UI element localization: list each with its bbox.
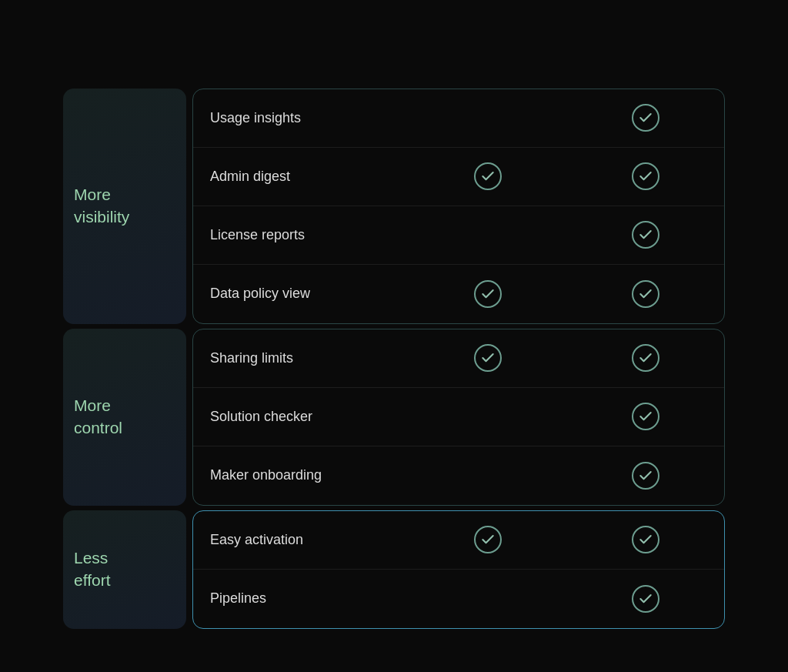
check-icon [474, 162, 502, 190]
category-group-control: More controlSharing limits Solution chec… [63, 329, 725, 506]
q4-check-cell [566, 104, 724, 132]
category-label-effort: Less effort [63, 510, 186, 629]
check-icon [632, 526, 659, 553]
check-icon [632, 221, 659, 249]
row-label: Admin digest [193, 169, 409, 185]
check-icon [632, 585, 659, 613]
category-label-control: More control [63, 329, 186, 506]
category-text-visibility: More visibility [74, 184, 175, 228]
check-icon [474, 526, 502, 553]
table-row: License reports [193, 206, 724, 265]
check-icon [474, 280, 502, 308]
table-row: Maker onboarding [193, 446, 724, 505]
category-text-effort: Less effort [74, 547, 175, 591]
rows-block-effort: Easy activation Pipelines [192, 510, 725, 629]
rows-block-control: Sharing limits Solution checker Maker on… [192, 329, 725, 506]
today-check-cell [409, 162, 566, 190]
check-icon [632, 344, 659, 372]
row-label: Data policy view [193, 286, 409, 302]
q4-check-cell [566, 344, 724, 372]
row-label: Maker onboarding [193, 467, 409, 483]
row-label: Easy activation [193, 532, 409, 548]
row-label: Solution checker [193, 409, 409, 425]
q4-check-cell [566, 280, 724, 308]
main-container: More visibilityUsage insights Admin dige… [48, 24, 740, 649]
table-row: Usage insights [193, 89, 724, 148]
table-body: More visibilityUsage insights Admin dige… [63, 89, 725, 629]
check-icon [632, 280, 659, 308]
q4-check-cell [566, 221, 724, 249]
table-row: Solution checker [193, 388, 724, 446]
rows-block-visibility: Usage insights Admin digest License repo… [192, 89, 725, 324]
table-row: Admin digest [193, 148, 724, 206]
today-check-cell [409, 526, 566, 553]
check-icon [632, 162, 659, 190]
table-row: Easy activation [193, 511, 724, 570]
q4-check-cell [566, 162, 724, 190]
category-text-control: More control [74, 395, 175, 439]
row-label: License reports [193, 227, 409, 243]
check-icon [474, 344, 502, 372]
category-group-visibility: More visibilityUsage insights Admin dige… [63, 89, 725, 324]
today-check-cell [409, 344, 566, 372]
check-icon [632, 403, 659, 430]
q4-check-cell [566, 403, 724, 430]
category-group-effort: Less effortEasy activation Pipelines [63, 510, 725, 629]
table-row: Pipelines [193, 570, 724, 628]
q4-check-cell [566, 462, 724, 490]
q4-check-cell [566, 585, 724, 613]
row-label: Usage insights [193, 110, 409, 126]
row-label: Pipelines [193, 590, 409, 607]
check-icon [632, 462, 659, 490]
today-check-cell [409, 280, 566, 308]
category-label-visibility: More visibility [63, 89, 186, 324]
check-icon [632, 104, 659, 132]
table-row: Sharing limits [193, 329, 724, 388]
q4-check-cell [566, 526, 724, 553]
table-row: Data policy view [193, 265, 724, 323]
row-label: Sharing limits [193, 350, 409, 366]
